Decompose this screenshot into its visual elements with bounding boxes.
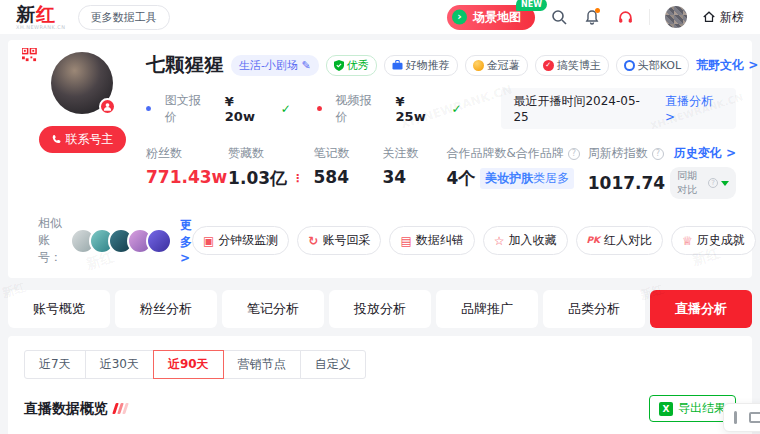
scene-map-button[interactable]: › 场景地图 NEW	[447, 5, 535, 30]
app-logo[interactable]: 新红 XH.NEWRANK.CN	[16, 5, 66, 30]
floating-toolbar[interactable]	[723, 403, 760, 432]
home-icon	[702, 10, 716, 24]
stat-newrank-index: 周新榜指数?历史变化 > 1017.74 同期对比?	[588, 145, 736, 199]
stat-notes: 笔记数 584	[314, 145, 383, 199]
similar-more-link[interactable]: 更多>	[180, 217, 192, 265]
drag-handle-icon[interactable]	[734, 411, 737, 424]
category-badge[interactable]: 生活-小剧场 ✎	[231, 55, 319, 76]
blue-dot-icon	[146, 106, 151, 111]
question-icon: ?	[708, 178, 718, 188]
history-achievement-button[interactable]: ♕历史成就	[671, 226, 756, 255]
notification-dot	[595, 8, 600, 13]
image-price-label: 图文报价	[165, 92, 211, 126]
monitor-icon: ▣	[203, 235, 214, 247]
main-tabs: 账号概览 粉丝分析 笔记分析 投放分析 品牌推广 品类分析 直播分析	[8, 290, 752, 328]
brand-category-tag[interactable]: 美妆护肤类居多	[480, 168, 574, 189]
smile-icon: ✓	[543, 60, 554, 71]
logo-text-red: 红	[36, 3, 56, 25]
minute-monitor-button[interactable]: ▣分钟级监测	[192, 226, 289, 255]
profile-avatar	[51, 52, 113, 114]
red-dot-icon	[317, 106, 322, 111]
tab-live-analysis[interactable]: 直播分析	[650, 290, 752, 328]
goods-badge: 好物推荐	[384, 55, 458, 76]
qr-code-icon[interactable]	[22, 48, 37, 63]
tab-account-overview[interactable]: 账号概览	[8, 290, 110, 328]
phone-icon	[51, 134, 62, 145]
coin-icon	[473, 60, 484, 71]
tab-notes-analysis[interactable]: 笔记分析	[222, 290, 324, 328]
tab-category-analysis[interactable]: 品类分析	[543, 290, 645, 328]
range-30d[interactable]: 近30天	[85, 350, 154, 379]
similar-avatar[interactable]	[146, 228, 172, 254]
video-price-label: 视频报价	[336, 92, 382, 126]
stat-brands: 合作品牌数&合作品牌? 4个 美妆护肤类居多	[447, 145, 588, 199]
gold-crown-badge: 金冠薯	[465, 55, 528, 76]
contact-label: 联系号主	[66, 131, 114, 148]
shield-icon	[334, 60, 344, 71]
excel-icon: X	[659, 402, 673, 416]
top-navbar: 新红 XH.NEWRANK.CN 更多数据工具 › 场景地图 NEW 新榜	[0, 0, 760, 34]
last-live-box: 最近开播时间2024-05-25 直播分析 >	[501, 88, 736, 129]
section-title: 直播数据概览	[24, 400, 127, 418]
image-price-value: ¥ 20w	[225, 94, 267, 124]
headset-icon[interactable]	[616, 8, 634, 26]
more-data-tools-button[interactable]: 更多数据工具	[78, 5, 170, 30]
mcn-link[interactable]: 荒野文化 >	[696, 57, 758, 74]
divider	[649, 9, 650, 25]
profile-card: 联系号主 七颗猩猩 生活-小剧场 ✎ 优秀 好物推荐	[8, 40, 752, 278]
trophy-icon: ♕	[682, 235, 693, 247]
similar-avatars[interactable]	[70, 228, 172, 254]
hot-indicator-icon[interactable]: ⋮	[292, 172, 303, 185]
data-correction-button[interactable]: ▤数据纠错	[389, 226, 474, 255]
range-custom[interactable]: 自定义	[300, 350, 366, 379]
bell-icon[interactable]	[583, 8, 601, 26]
tab-placement-analysis[interactable]: 投放分析	[329, 290, 431, 328]
quality-badge: 优秀	[326, 55, 377, 76]
briefcase-icon	[392, 60, 403, 70]
history-change-link[interactable]: 历史变化 >	[674, 145, 736, 162]
document-icon: ▤	[400, 235, 411, 247]
live-analysis-link[interactable]: 直播分析 >	[665, 93, 724, 124]
check-icon: ✓	[281, 102, 291, 116]
user-avatar[interactable]	[665, 6, 687, 28]
newrank-home-link[interactable]: 新榜	[702, 9, 744, 26]
range-90d[interactable]: 近90天	[153, 350, 224, 379]
refresh-icon: ↻	[308, 235, 318, 247]
logo-subtitle: XH.NEWRANK.CN	[16, 25, 66, 30]
date-range-tabs: 近7天 近30天 近90天 营销节点 自定义	[24, 350, 366, 379]
home-label: 新榜	[720, 9, 744, 26]
pk-icon: PK	[587, 236, 601, 245]
star-icon: ☆	[494, 235, 505, 247]
range-7d[interactable]: 近7天	[24, 350, 86, 379]
add-favorite-button[interactable]: ☆加入收藏	[483, 226, 568, 255]
new-badge: NEW	[516, 0, 547, 11]
account-recollect-button[interactable]: ↻账号回采	[297, 226, 381, 255]
funny-blogger-badge: ✓ 搞笑博主	[535, 55, 609, 76]
person-badge-icon	[99, 98, 116, 115]
tab-brand-promotion[interactable]: 品牌推广	[436, 290, 538, 328]
stat-likes: 赞藏数 1.03亿⋮	[228, 145, 313, 199]
question-icon[interactable]: ?	[568, 148, 580, 160]
stat-fans: 粉丝数 771.43w	[146, 145, 228, 199]
tab-fans-analysis[interactable]: 粉丝分析	[115, 290, 217, 328]
account-name: 七颗猩猩	[146, 52, 224, 78]
logo-text: 新	[16, 3, 36, 25]
top-kol-badge: 头部KOL	[616, 55, 689, 76]
scene-map-label: 场景地图	[473, 10, 521, 24]
triangle-down-icon	[721, 181, 729, 186]
panel-icon[interactable]	[749, 412, 760, 423]
arrow-right-icon: ›	[452, 10, 467, 25]
contact-owner-button[interactable]: 联系号主	[39, 126, 126, 153]
live-analysis-panel: 近7天 近30天 近90天 营销节点 自定义 直播数据概览 X 导出结果 直播概…	[8, 336, 752, 434]
check-icon: ✓	[451, 102, 461, 116]
video-price-value: ¥ 25w	[396, 94, 438, 124]
stat-follows: 关注数 34	[382, 145, 446, 199]
decoration-slashes	[114, 403, 127, 414]
target-icon	[624, 60, 635, 71]
kol-compare-button[interactable]: PK红人对比	[576, 226, 664, 255]
similar-accounts-label: 相似账号：	[38, 215, 62, 266]
question-icon[interactable]: ?	[652, 148, 664, 160]
period-compare-toggle[interactable]: 同期对比?	[670, 167, 736, 199]
range-marketing-nodes[interactable]: 营销节点	[223, 350, 301, 379]
search-icon[interactable]	[550, 8, 568, 26]
